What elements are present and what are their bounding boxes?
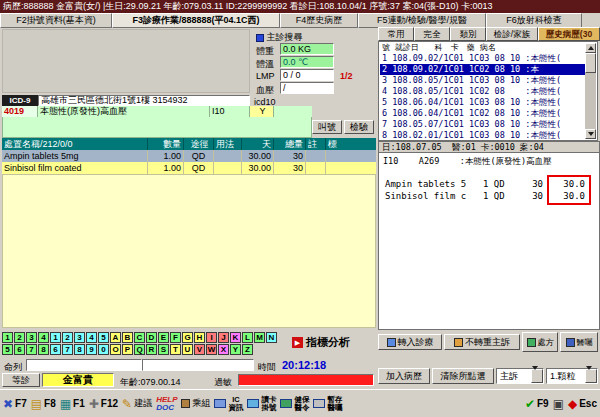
chevron-down-icon[interactable] [585,369,597,383]
weight-field[interactable]: 0.0 KG [280,43,334,55]
med-row-2[interactable]: Sinbisol film coated 1.00 QD 30.00 30 [2,162,376,174]
quick-key-G[interactable]: G [182,332,193,343]
quick-key-E[interactable]: E [158,332,169,343]
history-row[interactable]: 5 108.06.04/1C01 1C03 08 10 :本態性( [380,97,585,108]
rx-copy-button[interactable]: 處方 [522,332,558,352]
command-input[interactable] [26,359,142,371]
history-row[interactable]: 3 108.08.05/1C01 1C03 08 10 :本態性( [380,75,585,86]
med-table-empty-area[interactable] [2,174,376,328]
temperature-field[interactable]: 0.0 ℃ [280,56,334,68]
quick-key-I[interactable]: I [206,332,217,343]
tab-f6-radiology[interactable]: F6放射科檢查 [486,13,582,28]
quick-key-5[interactable]: 5 [2,344,13,355]
quick-key-W[interactable]: W [206,344,217,355]
quick-key-X[interactable]: X [218,344,229,355]
lmp-field[interactable]: 0 / 0 [280,69,334,81]
quick-key-2[interactable]: 2 [62,332,73,343]
quick-key-0[interactable]: 0 [98,344,109,355]
diagnosis-list-area[interactable] [2,117,312,138]
temp-save-button[interactable]: 暫存 醫囑 [313,396,342,412]
quick-key-C[interactable]: C [134,332,145,343]
history-row[interactable]: 1 108.09.02/1C01 1C03 08 10 :本態性( [380,53,585,64]
quick-key-O[interactable]: O [110,344,121,355]
quick-key-M[interactable]: M [254,332,265,343]
quick-key-H[interactable]: H [194,332,205,343]
tab-f4-history[interactable]: F4歷史病歷 [280,13,358,28]
scroll-up-button[interactable] [585,43,596,53]
tab-f5-lab[interactable]: F5連動/檢驗/醫學/規醫 [358,13,486,28]
complaint-combobox[interactable]: 主訴 [496,368,544,384]
quick-key-1[interactable]: 1 [50,332,61,343]
quick-key-K[interactable]: K [230,332,241,343]
tab-f2-registration[interactable]: F2掛號資料(基本資) [0,13,112,28]
patient-name-field[interactable]: 金富貴 [42,373,114,387]
command-input-2[interactable] [142,359,254,371]
f8-button[interactable]: ▤ F8 [31,398,56,410]
quick-key-L[interactable]: L [242,332,253,343]
tab-f3-treatment[interactable]: F3診療作業/888888(平04.1C西) [112,13,280,28]
ic-info-button[interactable]: IC 資訊 [214,396,243,412]
order-copy-button[interactable]: 醫囑 [560,332,598,352]
add-to-record-button[interactable]: 加入病歷 [378,368,430,384]
history-row[interactable]: 4 108.08.05/1C01 1C02 08 :本態性( [380,86,585,97]
quick-key-Q[interactable]: Q [134,344,145,355]
address-field[interactable]: 高雄市三民區德北街1號1樓 3154932 [38,95,250,106]
quick-key-6[interactable]: 6 [50,344,61,355]
quick-key-U[interactable]: U [182,344,193,355]
allergy-field[interactable] [238,374,374,386]
history-row-selected[interactable]: 2 108.09.02/1C01 1C02 08 10 :本 [380,64,585,75]
history-row[interactable]: 8 108.02.01/1C01 1C03 08 10 :本態性( [380,130,585,141]
quick-key-N[interactable]: N [266,332,277,343]
scrollbar-thumb[interactable] [585,53,596,73]
scroll-down-button[interactable] [585,129,596,139]
history-scrollbar[interactable] [585,43,596,139]
quick-key-8[interactable]: 8 [74,344,85,355]
diagnosis-row[interactable]: 4019 本態性(原發性)高血壓 I10 Y [2,106,312,117]
unit-combobox[interactable]: 1.顆粒 [546,368,598,384]
history-row[interactable]: 7 108.05.07/1C01 1C03 08 10 :本態性( [380,119,585,130]
tab-history-records[interactable]: 歷史病歷(30 [538,27,600,41]
quick-key-5[interactable]: 5 [98,332,109,343]
tab-category[interactable]: 類別 [450,27,486,41]
tab-exam-family[interactable]: 檢診/家族 [486,27,538,41]
f1-button[interactable]: ▦ F1 [60,398,85,410]
chevron-down-icon[interactable] [531,369,543,383]
no-transfer-button[interactable]: 不轉重主訴 [444,334,520,350]
bp-field[interactable]: / [280,82,334,94]
lab-button[interactable]: 檢驗 [344,120,374,134]
tab-complete[interactable]: 完全 [414,27,450,41]
quick-key-A[interactable]: A [110,332,121,343]
quick-key-8[interactable]: 8 [38,344,49,355]
quick-key-4[interactable]: 4 [38,332,49,343]
printer-button[interactable]: ▣ [553,398,564,410]
quick-key-3[interactable]: 3 [74,332,85,343]
quick-key-6[interactable]: 6 [14,344,25,355]
f7-button[interactable]: ✖ F7 [3,398,27,410]
primary-dx-search-checkbox[interactable] [256,34,264,42]
quick-key-7[interactable]: 7 [26,344,37,355]
quick-key-S[interactable]: S [158,344,169,355]
quick-key-J[interactable]: J [218,332,229,343]
quick-key-D[interactable]: D [146,332,157,343]
clear-selection-button[interactable]: 清除所點選 [432,368,494,384]
med-row-1[interactable]: Ampin tablets 5mg 1.00 QD 30.00 30 [2,150,376,162]
quick-key-T[interactable]: T [170,344,181,355]
group-button[interactable]: 乘組 [181,397,210,410]
quick-key-1[interactable]: 1 [2,332,13,343]
f12-button[interactable]: ✚ F12 [89,398,118,410]
quick-key-Z[interactable]: Z [242,344,253,355]
indicator-analysis[interactable]: ▶ 指標分析 [292,335,350,350]
call-number-button[interactable]: 叫號 [312,120,342,134]
quick-key-3[interactable]: 3 [26,332,37,343]
quick-key-Y[interactable]: Y [230,344,241,355]
quick-key-B[interactable]: B [122,332,133,343]
esc-button[interactable]: ◆ Esc [568,398,597,410]
quick-key-V[interactable]: V [194,344,205,355]
quick-key-R[interactable]: R [146,344,157,355]
quick-key-F[interactable]: F [170,332,181,343]
suggest-button[interactable]: ✎ 建議 [122,397,152,410]
quick-key-7[interactable]: 7 [62,344,73,355]
f9-button[interactable]: ✔ F9 [525,398,549,410]
history-row[interactable]: 6 108.06.04/1C01 1C02 08 10 :本態性( [380,108,585,119]
quick-key-4[interactable]: 4 [86,332,97,343]
